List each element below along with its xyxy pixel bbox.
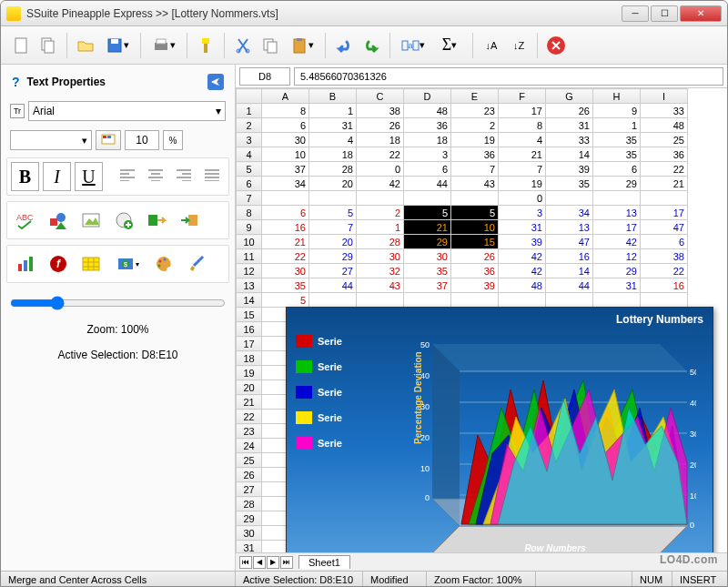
- cell[interactable]: [593, 191, 641, 206]
- font-select[interactable]: Arial▾: [28, 101, 226, 121]
- cell[interactable]: 16: [262, 220, 309, 235]
- row-header[interactable]: 4: [237, 147, 262, 162]
- cell[interactable]: 48: [499, 278, 546, 293]
- cell[interactable]: 0: [499, 191, 546, 206]
- cell[interactable]: 5: [309, 206, 357, 220]
- col-header[interactable]: F: [499, 89, 546, 104]
- cell[interactable]: 21: [404, 220, 451, 235]
- cell[interactable]: [404, 191, 451, 206]
- row-header[interactable]: 5: [237, 162, 262, 177]
- import-icon[interactable]: [175, 206, 204, 235]
- minimize-button[interactable]: ─: [622, 5, 649, 22]
- cell[interactable]: 22: [357, 147, 404, 162]
- cell[interactable]: 3: [499, 206, 546, 220]
- maximize-button[interactable]: ☐: [651, 5, 678, 22]
- cell[interactable]: 43: [451, 177, 499, 191]
- cell[interactable]: 5: [404, 206, 451, 220]
- row-header[interactable]: 19: [237, 366, 262, 380]
- cell[interactable]: 6: [641, 235, 688, 249]
- underline-button[interactable]: U: [75, 162, 103, 191]
- cell[interactable]: 35: [593, 147, 641, 162]
- cell[interactable]: 29: [404, 235, 451, 249]
- row-header[interactable]: 11: [237, 249, 262, 264]
- cell[interactable]: 29: [593, 264, 641, 278]
- cell[interactable]: 10: [262, 147, 309, 162]
- row-header[interactable]: 22: [237, 410, 262, 424]
- cell[interactable]: 9: [593, 104, 641, 118]
- cell[interactable]: 6: [593, 162, 641, 177]
- cell[interactable]: 31: [546, 118, 593, 133]
- cell[interactable]: 36: [451, 147, 499, 162]
- tab-first-icon[interactable]: ⏮: [239, 556, 252, 569]
- cell[interactable]: [641, 191, 688, 206]
- col-header[interactable]: I: [641, 89, 688, 104]
- chart-icon[interactable]: [11, 249, 40, 278]
- cell[interactable]: 19: [499, 177, 546, 191]
- align-right-icon[interactable]: [172, 162, 197, 187]
- italic-button[interactable]: I: [43, 162, 71, 191]
- row-header[interactable]: 16: [237, 322, 262, 337]
- row-header[interactable]: 2: [237, 118, 262, 133]
- col-header[interactable]: C: [357, 89, 404, 104]
- cell[interactable]: 3: [404, 147, 451, 162]
- col-header[interactable]: H: [593, 89, 641, 104]
- cell[interactable]: 17: [593, 220, 641, 235]
- row-header[interactable]: 12: [237, 264, 262, 278]
- cell-ref-box[interactable]: D8: [239, 67, 290, 86]
- cell[interactable]: [357, 191, 404, 206]
- cell[interactable]: 47: [546, 235, 593, 249]
- cell[interactable]: 26: [546, 104, 593, 118]
- cell[interactable]: 7: [451, 162, 499, 177]
- undo-icon[interactable]: [331, 33, 357, 58]
- row-header[interactable]: 9: [237, 220, 262, 235]
- cell[interactable]: 23: [451, 104, 499, 118]
- row-header[interactable]: 10: [237, 235, 262, 249]
- cell[interactable]: 42: [357, 177, 404, 191]
- sort-asc-icon[interactable]: ↓A: [479, 33, 504, 58]
- paste-icon[interactable]: ▾: [285, 33, 319, 58]
- row-header[interactable]: 27: [237, 482, 262, 497]
- cell[interactable]: 29: [309, 249, 357, 264]
- cell[interactable]: 36: [451, 264, 499, 278]
- cell[interactable]: 36: [404, 118, 451, 133]
- cell[interactable]: 48: [404, 104, 451, 118]
- cell[interactable]: [546, 293, 593, 308]
- row-header[interactable]: 26: [237, 468, 262, 482]
- cell[interactable]: 30: [404, 249, 451, 264]
- cell[interactable]: 18: [404, 133, 451, 147]
- cell[interactable]: 21: [499, 147, 546, 162]
- row-header[interactable]: 7: [237, 191, 262, 206]
- new-doc-icon[interactable]: [8, 33, 34, 58]
- brush-icon[interactable]: [182, 249, 211, 278]
- row-header[interactable]: 18: [237, 351, 262, 366]
- cell[interactable]: 35: [262, 278, 309, 293]
- cell[interactable]: 7: [309, 220, 357, 235]
- cell[interactable]: 5: [451, 206, 499, 220]
- cell[interactable]: [641, 293, 688, 308]
- flash-icon[interactable]: f: [44, 249, 73, 278]
- cell[interactable]: 37: [262, 162, 309, 177]
- cell[interactable]: 8: [499, 118, 546, 133]
- cell[interactable]: 30: [357, 249, 404, 264]
- formula-input[interactable]: 5.48566070361326: [294, 67, 723, 86]
- cell[interactable]: 33: [546, 133, 593, 147]
- cell[interactable]: 28: [357, 235, 404, 249]
- tab-last-icon[interactable]: ⏭: [280, 556, 293, 569]
- cell[interactable]: 22: [641, 264, 688, 278]
- cell[interactable]: 1: [357, 220, 404, 235]
- row-header[interactable]: 29: [237, 511, 262, 526]
- table-icon[interactable]: [76, 249, 106, 278]
- cell[interactable]: [499, 293, 546, 308]
- cell[interactable]: 35: [404, 264, 451, 278]
- cell[interactable]: 2: [357, 206, 404, 220]
- cell[interactable]: [404, 293, 451, 308]
- merge-center-icon[interactable]: a▾: [396, 33, 430, 58]
- cell[interactable]: 20: [309, 177, 357, 191]
- cell[interactable]: [309, 293, 357, 308]
- fill-color-icon[interactable]: [96, 130, 121, 150]
- shapes-icon[interactable]: [44, 206, 73, 235]
- cut-icon[interactable]: [230, 33, 256, 58]
- format-brush-icon[interactable]: [193, 33, 218, 58]
- cell[interactable]: 22: [641, 162, 688, 177]
- cell[interactable]: 33: [641, 104, 688, 118]
